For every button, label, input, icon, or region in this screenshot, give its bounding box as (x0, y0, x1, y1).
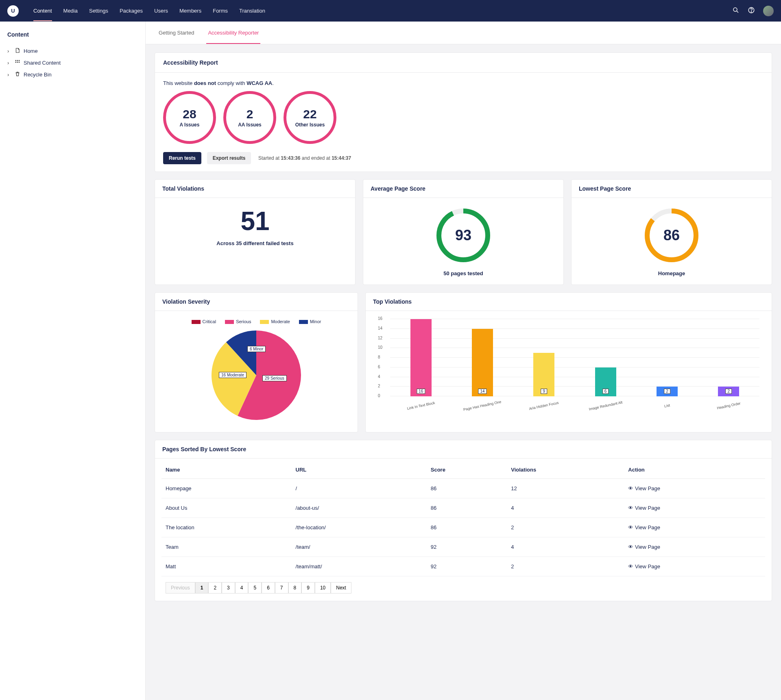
help-icon[interactable] (748, 7, 755, 15)
bar-3: 6 (594, 367, 617, 396)
chevron-right-icon: › (7, 60, 11, 66)
bar-5: 2 (717, 387, 740, 396)
topnav-packages[interactable]: Packages (114, 0, 148, 21)
pager-page-9[interactable]: 9 (301, 582, 315, 593)
subtab-accessibility-reporter[interactable]: Accessibility Reporter (206, 22, 260, 44)
svg-rect-8 (17, 62, 18, 63)
top-nav: ContentMediaSettingsPackagesUsersMembers… (28, 0, 271, 21)
violation-severity-card: Violation Severity CriticalSeriousModera… (155, 292, 358, 433)
bar-value: 16 (417, 389, 425, 394)
export-results-button[interactable]: Export results (207, 152, 251, 164)
svg-point-0 (733, 8, 737, 11)
pager-prev[interactable]: Previous (166, 582, 195, 593)
table-row: The location/the-location/862👁 View Page (161, 518, 765, 537)
topnav-settings[interactable]: Settings (83, 0, 114, 21)
trash-icon (15, 71, 20, 78)
pie-label: 16 Moderate (219, 372, 247, 378)
tree-item-recycle-bin[interactable]: ›Recycle Bin (7, 69, 138, 80)
cell-violations: 4 (507, 498, 624, 518)
umbraco-logo[interactable]: U (7, 5, 19, 17)
y-tick: 16 (378, 316, 382, 321)
pager-next[interactable]: Next (331, 582, 351, 593)
topnav-media[interactable]: Media (58, 0, 83, 21)
search-icon[interactable] (732, 7, 740, 15)
pager-page-10[interactable]: 10 (315, 582, 331, 593)
y-tick: 6 (378, 365, 380, 369)
topnav-content[interactable]: Content (28, 0, 58, 21)
bar-xlabel: Aria Hidden Focus (529, 400, 559, 411)
col-action: Action (624, 461, 765, 479)
pagination: Previous12345678910Next (166, 582, 765, 593)
cell-score: 86 (427, 498, 507, 518)
bar-0: 16 (409, 319, 433, 396)
main: Getting StartedAccessibility Reporter Ac… (146, 22, 781, 700)
legend-serious: Serious (225, 319, 251, 324)
bar-value: 14 (478, 389, 486, 394)
table-row: Homepage/8612👁 View Page (161, 479, 765, 498)
cell-violations: 12 (507, 479, 624, 498)
bar-value: 6 (602, 389, 609, 394)
card-title: Top Violations (366, 293, 772, 311)
cell-violations: 2 (507, 518, 624, 537)
pager-page-5[interactable]: 5 (248, 582, 262, 593)
cell-score: 92 (427, 537, 507, 557)
topnav-members[interactable]: Members (174, 0, 207, 21)
tree-item-shared-content[interactable]: ›Shared Content (7, 57, 138, 69)
bar-value: 2 (664, 389, 670, 394)
tree-item-label: Home (24, 48, 38, 54)
view-page-link[interactable]: 👁 View Page (628, 485, 660, 491)
eye-icon: 👁 (628, 524, 633, 530)
compliance-statement: This website does not comply with WCAG A… (163, 80, 764, 86)
total-violations-sub: Across 35 different failed tests (163, 240, 347, 246)
pager-page-1[interactable]: 1 (195, 582, 209, 593)
eye-icon: 👁 (628, 563, 633, 570)
cell-name: The location (161, 518, 292, 537)
avg-page-score-card: Average Page Score 93 50 pages tested (363, 179, 564, 285)
topnav-translation[interactable]: Translation (233, 0, 271, 21)
bar-4: 2 (655, 387, 679, 396)
tree-item-home[interactable]: ›Home (7, 45, 138, 57)
metric-other-issues: 22Other Issues (284, 91, 336, 144)
top-violations-card: Top Violations 0246810121416Link In Text… (365, 292, 772, 433)
cell-score: 92 (427, 557, 507, 576)
bar-value: 9 (541, 389, 548, 394)
col-violations: Violations (507, 461, 624, 479)
tree-item-label: Shared Content (24, 60, 61, 66)
pager-page-6[interactable]: 6 (262, 582, 275, 593)
col-name: Name (161, 461, 292, 479)
topnav-users[interactable]: Users (148, 0, 174, 21)
pager-page-4[interactable]: 4 (235, 582, 249, 593)
cell-violations: 4 (507, 537, 624, 557)
card-title: Pages Sorted By Lowest Score (155, 440, 772, 459)
svg-line-1 (737, 11, 738, 13)
metric-label: AA Issues (238, 122, 262, 128)
cell-url: /about-us/ (292, 498, 427, 518)
subtab-getting-started[interactable]: Getting Started (157, 22, 196, 44)
cell-score: 86 (427, 518, 507, 537)
topnav-forms[interactable]: Forms (207, 0, 233, 21)
pager-page-2[interactable]: 2 (208, 582, 222, 593)
rerun-tests-button[interactable]: Rerun tests (163, 152, 201, 164)
bar-xlabel: Page Has Heading One (463, 400, 502, 412)
pages-table-card: Pages Sorted By Lowest Score NameURLScor… (155, 440, 772, 601)
user-avatar[interactable] (763, 6, 774, 16)
chevron-right-icon: › (7, 48, 11, 54)
cell-url: /team/ (292, 537, 427, 557)
metric-label: A Issues (180, 122, 200, 128)
total-violations-number: 51 (163, 206, 347, 236)
cell-name: Team (161, 537, 292, 557)
view-page-link[interactable]: 👁 View Page (628, 505, 660, 511)
view-page-link[interactable]: 👁 View Page (628, 544, 660, 550)
sidebar-title: Content (7, 31, 138, 38)
top-violations-chart: 0246810121416Link In Text BlockPage Has … (370, 315, 768, 417)
y-tick: 2 (378, 384, 380, 388)
pager-page-8[interactable]: 8 (288, 582, 302, 593)
pager-page-3[interactable]: 3 (222, 582, 235, 593)
eye-icon: 👁 (628, 544, 633, 550)
svg-rect-4 (15, 60, 16, 61)
run-timestamps: Started at 15:43:36 and ended at 15:44:3… (258, 155, 351, 161)
total-violations-card: Total Violations 51 Across 35 different … (155, 179, 356, 285)
view-page-link[interactable]: 👁 View Page (628, 563, 660, 570)
view-page-link[interactable]: 👁 View Page (628, 524, 660, 530)
pager-page-7[interactable]: 7 (275, 582, 288, 593)
